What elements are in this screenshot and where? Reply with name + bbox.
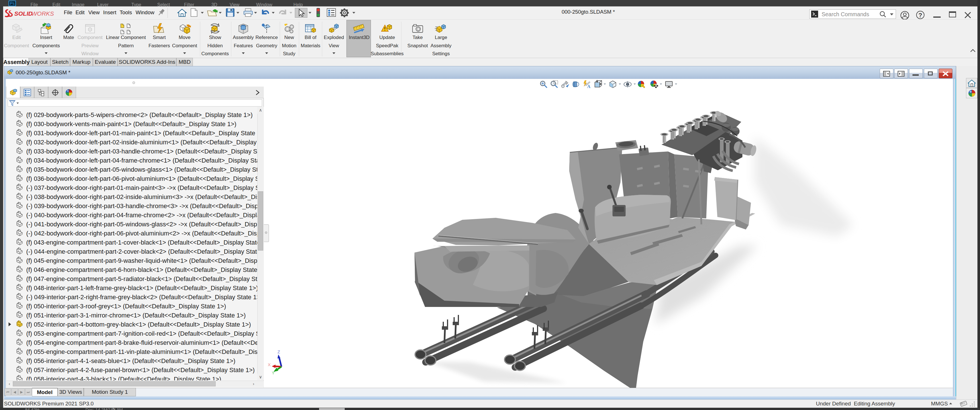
svg-text:A: A (587, 84, 590, 89)
svg-text:Y: Y (272, 370, 275, 375)
svg-text:Z: Z (277, 350, 280, 354)
svg-text:X: X (268, 362, 270, 367)
